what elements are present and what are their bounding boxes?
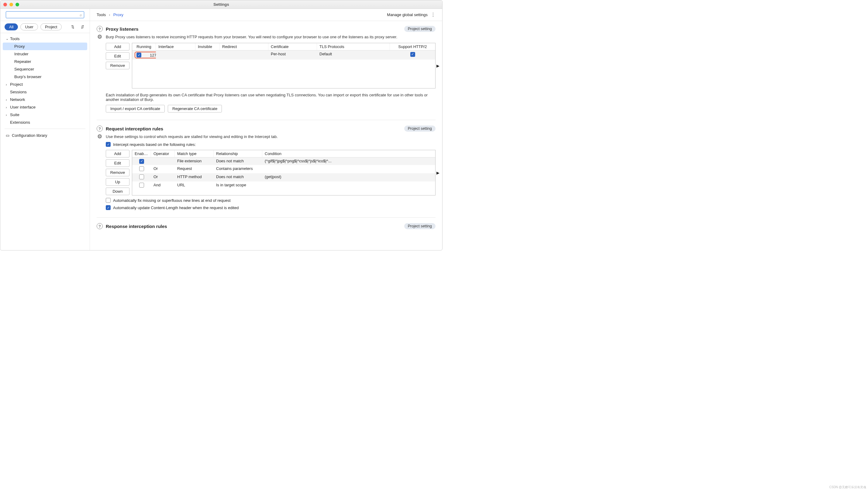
section-proxy-listeners: ? Proxy listeners Project setting ⚙ Burp…: [97, 26, 436, 113]
nav-group-project[interactable]: ›Project: [0, 81, 90, 88]
import-export-ca-button[interactable]: Import / export CA certificate: [106, 105, 165, 113]
table-header: Running Interface Invisible Redirect Cer…: [132, 43, 435, 51]
gear-icon[interactable]: ⚙: [97, 34, 103, 40]
regenerate-ca-button[interactable]: Regenerate CA certificate: [168, 105, 222, 113]
config-library-label: Configuration library: [12, 133, 47, 138]
th-running[interactable]: Running: [132, 43, 156, 50]
auto-fix-checkbox[interactable]: [106, 198, 111, 203]
crumb-tools[interactable]: Tools: [97, 12, 106, 17]
listeners-table[interactable]: Running Interface Invisible Redirect Cer…: [132, 43, 436, 88]
cond-cell: (get|post): [262, 173, 435, 181]
down-button[interactable]: Down: [106, 188, 129, 195]
table-row[interactable]: Or Request Contains parameters: [132, 165, 435, 173]
filter-user[interactable]: User: [20, 23, 38, 30]
intercept-enabled-checkbox[interactable]: ✓: [106, 142, 111, 147]
cond-cell: [262, 181, 435, 190]
nav-group-network[interactable]: ›Network: [0, 96, 90, 103]
add-button[interactable]: Add: [106, 43, 129, 51]
rule-enabled-checkbox[interactable]: ✓: [139, 159, 144, 164]
search-box[interactable]: ⌕: [6, 11, 84, 18]
add-button[interactable]: Add: [106, 150, 129, 157]
operator-cell: Or: [151, 165, 175, 173]
section-desc: Use these settings to control which requ…: [106, 134, 278, 139]
match-cell: HTTP method: [175, 173, 214, 181]
nav-item-burps-browser[interactable]: Burp's browser: [0, 73, 90, 81]
rule-enabled-checkbox[interactable]: [139, 166, 144, 171]
th-interface[interactable]: Interface: [156, 43, 195, 50]
th-match-type[interactable]: Match type: [175, 150, 214, 157]
invisible-cell: [195, 51, 220, 60]
crumb-proxy[interactable]: Proxy: [113, 12, 123, 17]
nav-label: Repeater: [14, 59, 31, 64]
content-scroll[interactable]: ? Proxy listeners Project setting ⚙ Burp…: [90, 21, 442, 250]
expand-right-icon[interactable]: ▶: [436, 171, 439, 175]
more-menu-icon[interactable]: ⋮: [431, 12, 436, 18]
th-certificate[interactable]: Certificate: [268, 43, 317, 50]
rules-table[interactable]: Enabled Operator Match type Relationship…: [132, 150, 436, 195]
nav-label: Suite: [10, 113, 20, 117]
separator: [97, 217, 436, 218]
body: ⌕ All User Project ⇅ ⇵ ⌄Tools Proxy Intr…: [0, 9, 442, 250]
listener-button-col: Add Edit Remove: [106, 43, 129, 69]
th-relationship[interactable]: Relationship: [214, 150, 262, 157]
filter-all[interactable]: All: [5, 23, 18, 30]
http2-checkbox[interactable]: ✓: [410, 52, 415, 57]
filter-project[interactable]: Project: [40, 23, 62, 30]
th-condition[interactable]: Condition: [262, 150, 435, 157]
auto-content-length-checkbox[interactable]: ✓: [106, 205, 111, 210]
auto-len-label: Automatically update Content-Length head…: [113, 206, 239, 210]
nav-item-proxy[interactable]: Proxy: [3, 42, 87, 50]
table-row[interactable]: And URL Is in target scope: [132, 181, 435, 190]
rel-cell: Contains parameters: [214, 165, 262, 173]
help-icon[interactable]: ?: [97, 223, 103, 229]
th-invisible[interactable]: Invisible: [195, 43, 220, 50]
help-icon[interactable]: ?: [97, 126, 103, 132]
section-title: Request interception rules: [106, 126, 163, 131]
search-icon[interactable]: ⌕: [80, 12, 82, 17]
th-redirect[interactable]: Redirect: [220, 43, 268, 50]
tls-cell: Default: [317, 51, 390, 60]
nav-label: Proxy: [14, 44, 25, 49]
nav-group-tools[interactable]: ⌄Tools: [0, 35, 90, 42]
filter-row: All User Project ⇅ ⇵: [0, 21, 90, 33]
help-icon[interactable]: ?: [97, 26, 103, 32]
th-operator[interactable]: Operator: [151, 150, 175, 157]
nav-item-repeater[interactable]: Repeater: [0, 58, 90, 65]
nav-group-user-interface[interactable]: ›User interface: [0, 103, 90, 111]
section-response-rules: ? Response interception rules Project se…: [97, 223, 436, 229]
expand-right-icon[interactable]: ▶: [436, 64, 439, 68]
th-enabled[interactable]: Enabled: [132, 150, 151, 157]
expand-all-icon[interactable]: ⇅: [70, 24, 76, 30]
nav-label: Tools: [10, 36, 20, 41]
nav-label: Intruder: [14, 52, 29, 56]
gear-icon[interactable]: ⚙: [97, 133, 103, 140]
rel-cell: Is in target scope: [214, 181, 262, 190]
table-row[interactable]: Or HTTP method Does not match (get|post): [132, 173, 435, 181]
edit-button[interactable]: Edit: [106, 159, 129, 167]
up-button[interactable]: Up: [106, 178, 129, 186]
nav-item-intruder[interactable]: Intruder: [0, 50, 90, 58]
nav-item-sequencer[interactable]: Sequencer: [0, 65, 90, 73]
edit-button[interactable]: Edit: [106, 52, 129, 60]
rule-enabled-checkbox[interactable]: [139, 183, 144, 188]
nav-label: Extensions: [10, 120, 30, 125]
th-http2[interactable]: Support HTTP/2: [390, 43, 435, 50]
remove-button[interactable]: Remove: [106, 62, 129, 69]
manage-global-settings[interactable]: Manage global settings: [387, 12, 428, 17]
remove-button[interactable]: Remove: [106, 169, 129, 176]
running-checkbox[interactable]: ✓: [136, 53, 141, 57]
section-title: Response interception rules: [106, 224, 167, 229]
th-tls[interactable]: TLS Protocols: [317, 43, 390, 50]
configuration-library[interactable]: ▭ Configuration library: [0, 131, 90, 140]
table-row[interactable]: ✓ File extension Does not match (^gif$|^…: [132, 157, 435, 165]
search-input[interactable]: [8, 12, 79, 17]
collapse-all-icon[interactable]: ⇵: [79, 24, 85, 30]
nav-item-sessions[interactable]: Sessions: [0, 88, 90, 96]
nav-label: Sessions: [10, 90, 27, 94]
chevron-right-icon: ›: [109, 12, 110, 17]
rule-enabled-checkbox[interactable]: [139, 175, 144, 179]
nav-item-extensions[interactable]: Extensions: [0, 119, 90, 126]
nav-group-suite[interactable]: ›Suite: [0, 111, 90, 119]
table-row[interactable]: ✓127.0.0.1:8080 Per-host Default ✓: [132, 51, 435, 60]
cond-cell: (^gif$|^jpg$|^png$|^css$|^js$|^ico$|^...: [262, 157, 435, 165]
